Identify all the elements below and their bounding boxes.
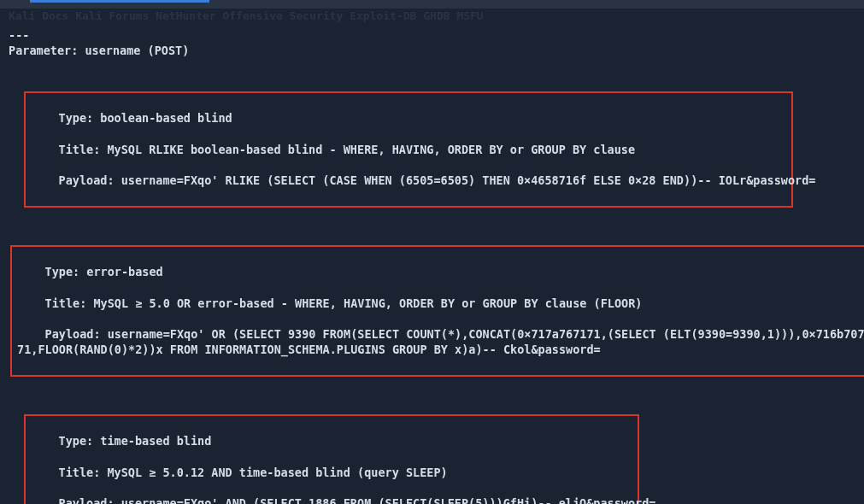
- injection-title: Title: MySQL RLIKE boolean-based blind -…: [31, 142, 786, 157]
- injection-type: Type: time-based blind: [31, 433, 632, 448]
- injection-box-error: Type: error-based Title: MySQL ≥ 5.0 OR …: [10, 245, 864, 377]
- injection-type: Type: error-based: [17, 264, 861, 279]
- separator-line: ---: [9, 28, 29, 42]
- injection-box-boolean: Type: boolean-based blind Title: MySQL R…: [24, 91, 793, 208]
- injection-title: Title: MySQL ≥ 5.0 OR error-based - WHER…: [17, 296, 861, 311]
- injection-payload: Payload: username=FXqo' RLIKE (SELECT (C…: [31, 173, 786, 188]
- active-tab-indicator: [30, 0, 209, 3]
- injection-box-time: Type: time-based blind Title: MySQL ≥ 5.…: [24, 414, 639, 504]
- terminal-output: --- Parameter: username (POST) Type: boo…: [0, 9, 864, 504]
- injection-title: Title: MySQL ≥ 5.0.12 AND time-based bli…: [31, 465, 632, 480]
- parameter-line: Parameter: username (POST): [9, 43, 855, 58]
- injection-payload: Payload: username=FXqo' AND (SELECT 1886…: [31, 495, 632, 504]
- injection-payload: Payload: username=FXqo' OR (SELECT 9390 …: [17, 326, 861, 357]
- injection-type: Type: boolean-based blind: [31, 110, 786, 126]
